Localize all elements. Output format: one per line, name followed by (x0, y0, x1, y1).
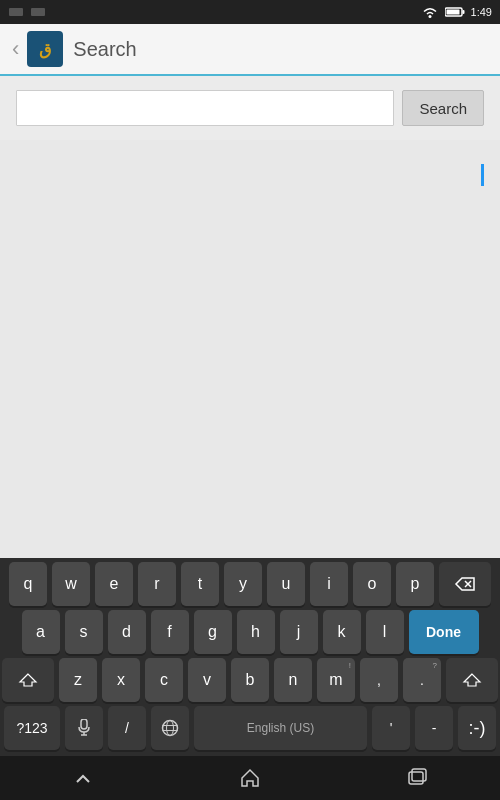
svg-rect-10 (81, 719, 87, 729)
key-e[interactable]: e (95, 562, 133, 606)
key-a[interactable]: a (22, 610, 60, 654)
search-button[interactable]: Search (402, 90, 484, 126)
status-bar: 1:49 (0, 0, 500, 24)
shift-left-key[interactable] (2, 658, 54, 702)
notification-icon (8, 7, 24, 17)
space-key[interactable]: English (US) (194, 706, 367, 750)
key-i[interactable]: i (310, 562, 348, 606)
key-u[interactable]: u (267, 562, 305, 606)
key-comma[interactable]: , (360, 658, 398, 702)
svg-rect-5 (446, 10, 459, 15)
search-input[interactable] (16, 90, 394, 126)
keyboard-row-4: ?123 / English (US) ' - :-) (0, 702, 500, 756)
key-k[interactable]: k (323, 610, 361, 654)
app-bar: ‹ ق Search (0, 24, 500, 76)
main-content (0, 140, 500, 558)
key-l[interactable]: l (366, 610, 404, 654)
svg-point-13 (163, 721, 178, 736)
svg-rect-17 (409, 772, 423, 784)
key-period[interactable]: .? (403, 658, 441, 702)
nav-recent-button[interactable] (385, 758, 449, 798)
key-h[interactable]: h (237, 610, 275, 654)
key-v[interactable]: v (188, 658, 226, 702)
globe-key[interactable] (151, 706, 189, 750)
app-title: Search (73, 38, 136, 61)
svg-point-14 (167, 721, 174, 736)
app-icon: ق (27, 31, 63, 67)
status-left-icons (8, 7, 46, 17)
back-button[interactable]: ‹ (12, 36, 19, 62)
key-j[interactable]: j (280, 610, 318, 654)
nav-back-button[interactable] (51, 758, 115, 798)
nav-home-button[interactable] (218, 758, 282, 798)
svg-rect-0 (9, 8, 23, 16)
dash-key[interactable]: - (415, 706, 453, 750)
keyboard: q w e r t y u i o p a s d f g h j k l Do… (0, 558, 500, 756)
key-z[interactable]: z (59, 658, 97, 702)
emoji-key[interactable]: :-) (458, 706, 496, 750)
shift-right-key[interactable] (446, 658, 498, 702)
notification-icon2 (30, 7, 46, 17)
slash-key[interactable]: / (108, 706, 146, 750)
key-x[interactable]: x (102, 658, 140, 702)
nav-bar (0, 756, 500, 800)
svg-rect-4 (462, 10, 464, 14)
svg-text:ق: ق (39, 41, 51, 59)
key-c[interactable]: c (145, 658, 183, 702)
sym-key[interactable]: ?123 (4, 706, 60, 750)
keyboard-row-1: q w e r t y u i o p (0, 558, 500, 606)
status-time: 1:49 (471, 6, 492, 18)
key-q[interactable]: q (9, 562, 47, 606)
key-o[interactable]: o (353, 562, 391, 606)
svg-point-2 (428, 15, 431, 18)
key-p[interactable]: p (396, 562, 434, 606)
key-m[interactable]: m! (317, 658, 355, 702)
backspace-key[interactable] (439, 562, 491, 606)
done-key[interactable]: Done (409, 610, 479, 654)
svg-rect-18 (412, 769, 426, 781)
svg-rect-1 (31, 8, 45, 16)
cursor-line (481, 164, 484, 186)
key-d[interactable]: d (108, 610, 146, 654)
battery-icon (445, 6, 465, 18)
key-y[interactable]: y (224, 562, 262, 606)
keyboard-row-3: z x c v b n m! , .? (0, 654, 500, 702)
key-t[interactable]: t (181, 562, 219, 606)
mic-key[interactable] (65, 706, 103, 750)
key-w[interactable]: w (52, 562, 90, 606)
status-right-icons: 1:49 (421, 6, 492, 18)
key-s[interactable]: s (65, 610, 103, 654)
key-b[interactable]: b (231, 658, 269, 702)
wifi-icon (421, 6, 439, 18)
apostrophe-key[interactable]: ' (372, 706, 410, 750)
key-n[interactable]: n (274, 658, 312, 702)
key-r[interactable]: r (138, 562, 176, 606)
key-g[interactable]: g (194, 610, 232, 654)
keyboard-row-2: a s d f g h j k l Done (0, 606, 500, 654)
search-area: Search (0, 76, 500, 140)
key-f[interactable]: f (151, 610, 189, 654)
